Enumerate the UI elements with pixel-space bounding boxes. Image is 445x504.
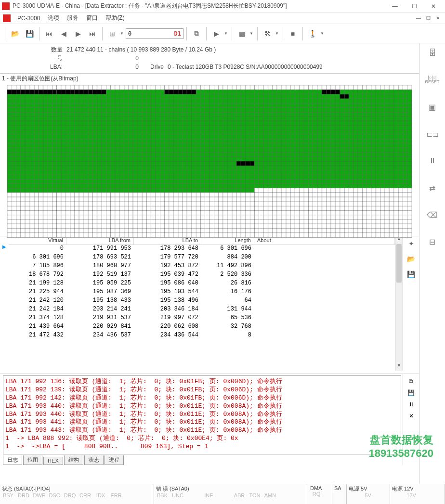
chip-icon[interactable]: ▣ [425,99,440,115]
position-input[interactable]: 0 D1 [126,28,183,39]
number-value: 0 [66,55,139,62]
log-clear-icon[interactable]: ✕ [409,413,414,419]
app-icon [2,2,10,10]
number-label: 号 [4,54,66,63]
table-row[interactable]: 6 301 696178 693 521179 577 720884 200 [9,254,395,262]
log-pause-icon[interactable]: ⏸ [408,401,414,408]
table-row[interactable]: 21 374 128219 931 537219 997 07265 536 [9,314,395,323]
menu-window[interactable]: 窗口 [82,14,102,22]
connector-icon[interactable]: ⊏⊐ [425,126,440,142]
table-row[interactable]: 18 678 792192 519 137195 039 4722 520 33… [9,271,395,280]
stop-icon[interactable]: ■ [286,27,300,40]
mdi-restore-icon[interactable]: ❐ [424,14,432,22]
table-row[interactable]: 7 185 896180 960 977192 453 87211 492 89… [9,262,395,271]
error-cell: BBK [156,492,169,498]
log-save-icon[interactable]: 💾 [407,389,415,396]
tab-log[interactable]: 日志 [3,455,22,465]
dma-label: DMA [310,485,330,491]
window-titlebar: PC-3000 UDMA-E - China - [Data Extractor… [0,0,445,13]
table-row[interactable]: 21 439 664220 029 841220 062 60832 768 [9,323,395,332]
scroll-thumb[interactable] [396,244,402,283]
grid-view-dropdown-icon[interactable]: ▼ [249,31,254,36]
table-body[interactable]: 0171 991 953178 293 6486 301 6966 301 69… [9,245,395,340]
disk-icon[interactable]: 🗄 [425,45,440,61]
table-row[interactable]: 21 199 128195 059 225195 086 04026 816 [9,280,395,288]
state-cell: BSY [2,492,14,498]
table-row[interactable]: 21 472 432234 436 537234 436 5448 [9,332,395,340]
save-icon[interactable]: 💾 [23,27,36,40]
error-cell: ABR [233,492,246,498]
tab-bitmap[interactable]: 位图 [23,455,42,465]
child-app-icon [3,14,11,22]
window-title: PC-3000 UDMA-E - China - [Data Extractor… [13,2,385,10]
log-output[interactable]: LBA 171 992 136: 读取页 (通道: 1; 芯片: 0; 块: 0… [3,375,401,454]
scroll-down-icon[interactable]: ▼ [395,363,403,371]
menu-options[interactable]: 选项 [44,14,63,22]
next-icon[interactable]: ▶ [71,27,85,40]
new-icon[interactable]: ✦ [406,238,417,249]
grid-dropdown-icon[interactable]: ▼ [120,31,125,36]
copy-icon[interactable]: ⧉ [190,27,203,40]
sa-label: SA [334,485,344,491]
state-cell: IDX [94,492,107,498]
close-button[interactable]: ✕ [424,0,443,12]
play-icon[interactable]: ▶ [209,27,223,40]
link-icon[interactable]: ⇄ [425,180,440,195]
maximize-button[interactable]: ☐ [405,0,424,12]
tools-icon[interactable]: 🛠 [261,27,274,40]
log-tabs: 日志 位图 HEX 结构 状态 进程 [0,454,403,465]
status-bar: 状态 (SATA0)-[PIO4] BSYDRDDWFDSCDRQCRRIDXE… [0,484,445,504]
menu-services[interactable]: 服务 [63,14,82,22]
error-cell: AMN [264,492,276,498]
state-cell: DSC [48,492,61,498]
mdi-minimize-icon[interactable]: — [414,14,423,22]
grid-small-icon[interactable]: ⊞ [105,27,119,40]
minimize-button[interactable]: — [385,0,405,12]
log-copy-icon[interactable]: ⧉ [409,378,413,385]
tab-process[interactable]: 进程 [105,455,124,465]
error-cell: INF [202,492,215,498]
power5-label: 电源 5V [349,485,388,492]
chains-table: Virtual LBA from LBA to Length About 017… [9,236,395,371]
count-label: 数量 [4,46,66,54]
menu-help[interactable]: 帮助(Z) [102,14,128,22]
info-panel: 数量 21 472 440 11 - chains ( 10 993 889 2… [0,43,419,74]
bitmap-panel [0,84,419,236]
delete-icon[interactable]: ⌫ [425,207,440,222]
table-row[interactable]: 21 225 944195 087 369195 103 54416 176 [9,288,395,297]
grid-view-icon[interactable]: ▦ [235,27,249,40]
mdi-close-icon[interactable]: ✕ [433,14,442,22]
open-icon[interactable]: 📂 [8,27,22,40]
play-dropdown-icon[interactable]: ▼ [224,31,229,36]
reset-icon[interactable]: |○|○|RESET [425,72,440,88]
first-icon[interactable]: ⏮ [42,27,56,40]
error-cell: UNC [171,492,184,498]
power12-label: 电源 12V [392,485,443,492]
drive-label: Drive [139,64,168,70]
table-scrollbar[interactable]: ▲ ▼ [395,236,403,371]
menu-bar: PC-3000 选项 服务 窗口 帮助(Z) — ❐ ✕ [0,13,445,24]
open-file-icon[interactable]: 📂 [406,254,417,264]
tools-dropdown-icon[interactable]: ▼ [275,31,280,36]
tab-hex[interactable]: HEX [43,457,63,465]
table-row[interactable]: 21 242 120195 138 433195 138 49664 [9,297,395,306]
right-rail: 🗄 |○|○|RESET ▣ ⊏⊐ ⏸ ⇄ ⌫ ⊟ [419,43,445,500]
exit-icon[interactable]: 🚶 [306,27,319,40]
tab-status[interactable]: 状态 [84,455,104,465]
save-file-icon[interactable]: 💾 [406,269,417,280]
tab-structure[interactable]: 结构 [64,455,83,465]
last-icon[interactable]: ⏭ [86,27,99,40]
prev-icon[interactable]: ◀ [57,27,70,40]
state-cell: CRR [79,492,92,498]
position-value: 0 [128,30,174,37]
table-row[interactable]: 21 242 184203 214 241203 346 184131 944 [9,306,395,314]
state-cell: DWF [33,492,45,498]
table-row[interactable]: 0171 991 953178 293 6486 301 696 [9,245,395,254]
pause-icon[interactable]: ⏸ [425,153,440,168]
lba-label: LBA: [4,64,66,70]
count-value: 21 472 440 11 - chains ( 10 993 889 280 … [66,46,415,53]
sector-bitmap[interactable] [7,85,412,238]
usb-icon[interactable]: ⊟ [425,234,440,249]
app-name-label: PC-3000 [13,15,44,22]
exit-dropdown-icon[interactable]: ▼ [320,31,325,36]
